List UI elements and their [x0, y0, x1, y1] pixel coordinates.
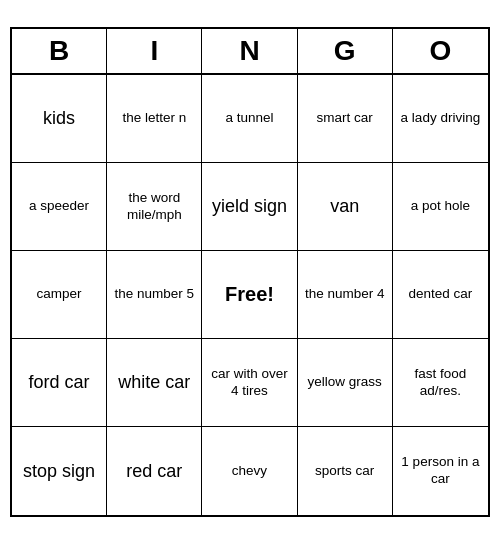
cell-text: ford car [29, 371, 90, 394]
bingo-cell[interactable]: van [298, 163, 393, 251]
bingo-cell[interactable]: ford car [12, 339, 107, 427]
bingo-cell[interactable]: chevy [202, 427, 297, 515]
cell-text: white car [118, 371, 190, 394]
bingo-cell[interactable]: the number 4 [298, 251, 393, 339]
cell-text: van [330, 195, 359, 218]
cell-text: stop sign [23, 460, 95, 483]
bingo-cell[interactable]: dented car [393, 251, 488, 339]
header-letter: O [393, 29, 488, 73]
bingo-cell[interactable]: sports car [298, 427, 393, 515]
header-letter: I [107, 29, 202, 73]
cell-text: yellow grass [308, 374, 382, 391]
cell-text: car with over 4 tires [206, 366, 292, 400]
bingo-cell[interactable]: white car [107, 339, 202, 427]
cell-text: the word mile/mph [111, 190, 197, 224]
bingo-cell[interactable]: a speeder [12, 163, 107, 251]
cell-text: yield sign [212, 195, 287, 218]
cell-text: red car [126, 460, 182, 483]
cell-text: a lady driving [401, 110, 481, 127]
cell-text: fast food ad/res. [397, 366, 484, 400]
bingo-cell[interactable]: Free! [202, 251, 297, 339]
cell-text: a tunnel [225, 110, 273, 127]
cell-text: the number 5 [115, 286, 195, 303]
cell-text: a pot hole [411, 198, 470, 215]
bingo-header: BINGO [12, 29, 488, 75]
bingo-cell[interactable]: camper [12, 251, 107, 339]
cell-text: dented car [408, 286, 472, 303]
bingo-cell[interactable]: the number 5 [107, 251, 202, 339]
cell-text: 1 person in a car [397, 454, 484, 488]
cell-text: kids [43, 107, 75, 130]
bingo-cell[interactable]: smart car [298, 75, 393, 163]
cell-text: camper [37, 286, 82, 303]
bingo-cell[interactable]: 1 person in a car [393, 427, 488, 515]
cell-text: smart car [317, 110, 373, 127]
cell-text: Free! [225, 282, 274, 307]
cell-text: a speeder [29, 198, 89, 215]
bingo-cell[interactable]: red car [107, 427, 202, 515]
bingo-cell[interactable]: yield sign [202, 163, 297, 251]
cell-text: the number 4 [305, 286, 385, 303]
bingo-cell[interactable]: yellow grass [298, 339, 393, 427]
cell-text: sports car [315, 463, 374, 480]
header-letter: B [12, 29, 107, 73]
bingo-cell[interactable]: car with over 4 tires [202, 339, 297, 427]
bingo-cell[interactable]: fast food ad/res. [393, 339, 488, 427]
bingo-cell[interactable]: kids [12, 75, 107, 163]
bingo-card: BINGO kidsthe letter na tunnelsmart cara… [10, 27, 490, 517]
cell-text: chevy [232, 463, 267, 480]
bingo-grid: kidsthe letter na tunnelsmart cara lady … [12, 75, 488, 515]
cell-text: the letter n [122, 110, 186, 127]
header-letter: N [202, 29, 297, 73]
bingo-cell[interactable]: a pot hole [393, 163, 488, 251]
bingo-cell[interactable]: stop sign [12, 427, 107, 515]
bingo-cell[interactable]: a lady driving [393, 75, 488, 163]
bingo-cell[interactable]: a tunnel [202, 75, 297, 163]
bingo-cell[interactable]: the word mile/mph [107, 163, 202, 251]
bingo-cell[interactable]: the letter n [107, 75, 202, 163]
header-letter: G [298, 29, 393, 73]
